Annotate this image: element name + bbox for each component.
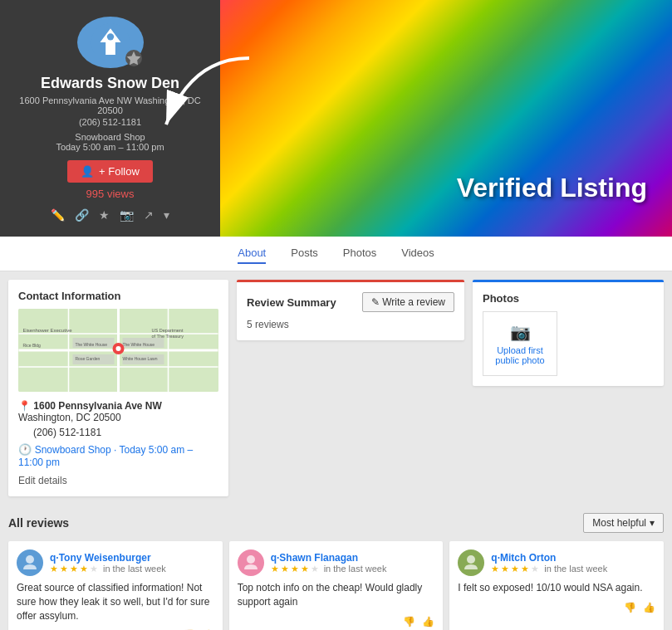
left-panel: Contact Information (8, 280, 228, 496)
review-time: in the last week (544, 564, 607, 574)
svg-point-1 (106, 33, 113, 40)
write-review-button[interactable]: ✎ Write a review (362, 292, 454, 312)
reviews-grid: q·Tony Weisenburger ★★★★★ in the last we… (8, 541, 664, 630)
business-address: 1600 Pennsylvania Ave NW Washington, DC … (8, 95, 212, 115)
star: ★ (501, 564, 509, 574)
star: ★ (80, 564, 88, 574)
sort-button[interactable]: Most helpful ▾ (583, 513, 664, 533)
star: ★ (281, 564, 289, 574)
svg-point-15 (116, 346, 121, 351)
star: ★ (301, 564, 309, 574)
contact-card: Contact Information (8, 280, 228, 496)
reviewer-header: q·Shawn Flanagan ★★★★★ in the last week (238, 549, 435, 576)
tab-photos[interactable]: Photos (343, 243, 376, 264)
photos-card: Photos 📷 Upload first public photo (473, 280, 664, 386)
tab-posts[interactable]: Posts (291, 243, 318, 264)
reviewer-info: q·Tony Weisenburger ★★★★★ in the last we… (50, 552, 214, 574)
review-actions: 👎 👍 (238, 616, 435, 628)
review-text: Top notch info on the cheap! Would gladl… (238, 581, 435, 609)
camera-icon[interactable]: 📷 (120, 208, 134, 222)
reviewer-avatar (17, 549, 43, 576)
star-icon[interactable]: ★ (99, 208, 110, 222)
more-icon[interactable]: ▾ (164, 208, 169, 222)
profile-icons: ✏️ 🔗 ★ 📷 ↗ ▾ (51, 208, 169, 228)
svg-text:The White House: The White House (123, 342, 155, 347)
location-icon: 📍 (18, 400, 33, 412)
reviewer-avatar (458, 549, 484, 576)
svg-text:Rose Garden: Rose Garden (76, 356, 101, 361)
reviewer-header: q·Mitch Orton ★★★★★ in the last week (458, 549, 655, 576)
map-placeholder[interactable]: Eisenhower Executive Rice Bldg US Depart… (18, 309, 218, 392)
star: ★ (70, 564, 78, 574)
contact-title: Contact Information (18, 290, 218, 302)
review-summary-card: Review Summary ✎ Write a review 5 review… (237, 280, 464, 340)
photos-title: Photos (483, 292, 654, 305)
banner: Verified Listing (220, 0, 672, 237)
review-header: Review Summary ✎ Write a review (247, 292, 454, 312)
edit-details[interactable]: Edit details (18, 475, 218, 486)
chevron-down-icon: ▾ (650, 517, 655, 529)
tab-about[interactable]: About (238, 243, 266, 264)
reviewer-stars: ★★★★★ in the last week (271, 564, 435, 574)
clock-icon: 🕐 (18, 443, 35, 456)
star: ★ (511, 564, 519, 574)
star: ★ (271, 564, 279, 574)
all-reviews-section: All reviews Most helpful ▾ q·Tony Weisen… (0, 505, 672, 630)
reviewer-stars: ★★★★★ in the last week (50, 564, 214, 574)
tab-videos[interactable]: Videos (401, 243, 434, 264)
svg-text:of The Treasury: of The Treasury (152, 334, 184, 339)
sort-label: Most helpful (592, 517, 646, 529)
header-container: Edwards Snow Den 1600 Pennsylvania Ave N… (0, 0, 672, 237)
review-time: in the last week (324, 564, 387, 574)
svg-point-25 (247, 555, 255, 564)
navigation-tabs: About Posts Photos Videos (0, 237, 672, 271)
thumbsdown-icon[interactable]: 👎 (403, 616, 415, 628)
address-bold: 1600 Pennsylvania Ave NW (33, 400, 162, 412)
star: ★ (521, 564, 529, 574)
star: ★ (491, 564, 499, 574)
svg-text:US Department: US Department (152, 328, 184, 333)
reviewer-header: q·Tony Weisenburger ★★★★★ in the last we… (17, 549, 214, 576)
edit-icon[interactable]: ✏️ (51, 208, 65, 222)
reviewer-name: q·Shawn Flanagan (271, 552, 435, 564)
thumbsup-icon[interactable]: 👍 (643, 602, 655, 613)
business-name: Edwards Snow Den (41, 75, 179, 92)
review-text: Great source of classified information! … (17, 581, 214, 623)
svg-text:White House Lawn: White House Lawn (123, 356, 158, 361)
follow-button[interactable]: 👤 + Follow (67, 160, 153, 183)
verified-listing-text: Verified Listing (457, 173, 647, 203)
review-item: q·Mitch Orton ★★★★★ in the last week I f… (449, 541, 664, 630)
review-item: q·Shawn Flanagan ★★★★★ in the last week … (229, 541, 444, 630)
svg-point-24 (26, 555, 34, 564)
review-text: I felt so exposed! 10/10 would NSA again… (458, 581, 655, 595)
share-icon[interactable]: ↗ (144, 208, 154, 222)
review-actions: 👎 👍 (458, 602, 655, 613)
star: ★ (90, 564, 98, 574)
upload-icon: 📷 (510, 322, 531, 342)
all-reviews-title: All reviews (8, 516, 69, 530)
reviewer-name: q·Tony Weisenburger (50, 552, 214, 564)
follow-label: + Follow (99, 165, 140, 178)
link-icon[interactable]: 🔗 (75, 208, 89, 222)
main-content: Contact Information (0, 271, 672, 505)
category-hours-link[interactable]: Snowboard Shop · Today 5:00 am – 11:00 p… (18, 444, 193, 468)
middle-panel: Review Summary ✎ Write a review 5 review… (237, 280, 464, 496)
thumbsdown-icon[interactable]: 👎 (624, 602, 636, 613)
upload-photo-button[interactable]: 📷 Upload first public photo (483, 311, 557, 376)
profile-sidebar: Edwards Snow Den 1600 Pennsylvania Ave N… (0, 0, 220, 237)
views-count: 995 views (86, 188, 135, 200)
svg-text:The White House: The White House (76, 342, 108, 347)
business-hours: Today 5:00 am – 11:00 pm (56, 142, 164, 152)
reviewer-info: q·Mitch Orton ★★★★★ in the last week (491, 552, 655, 574)
review-count: 5 reviews (247, 319, 454, 330)
reviewer-avatar (238, 549, 264, 576)
address-rest: Washington, DC 20500 (18, 412, 121, 423)
star: ★ (60, 564, 68, 574)
all-reviews-header: All reviews Most helpful ▾ (8, 513, 664, 533)
right-panel: Photos 📷 Upload first public photo (473, 280, 664, 496)
upload-label: Upload first public photo (493, 345, 547, 365)
contact-phone: (206) 512-1181 (18, 427, 218, 438)
reviewer-name: q·Mitch Orton (491, 552, 655, 564)
svg-point-26 (467, 555, 475, 564)
thumbsup-icon[interactable]: 👍 (422, 616, 434, 628)
